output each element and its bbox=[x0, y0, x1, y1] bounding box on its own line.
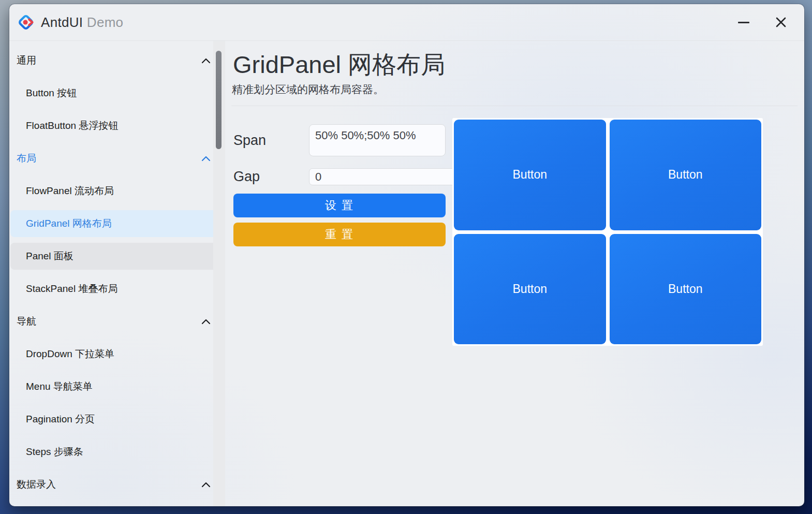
sidebar-item-floatbutton[interactable]: FloatButton 悬浮按钮 bbox=[10, 112, 224, 139]
sidebar-item-pagination[interactable]: Pagination 分页 bbox=[10, 406, 224, 433]
gap-label: Gap bbox=[233, 168, 309, 185]
sidebar-item-steps[interactable]: Steps 步骤条 bbox=[10, 438, 224, 465]
minimize-button[interactable] bbox=[732, 10, 756, 34]
page-subtitle: 精准划分区域的网格布局容器。 bbox=[232, 82, 798, 97]
demo-area: Span 50% 50%;50% 50% Gap 设 置 重 置 Button bbox=[231, 106, 798, 468]
sidebar-group-label: 数据录入 bbox=[17, 478, 56, 491]
chevron-up-icon bbox=[201, 318, 211, 325]
title-bar: AntdUI Demo bbox=[9, 4, 804, 41]
gap-input[interactable] bbox=[309, 168, 470, 185]
sidebar-group-general[interactable]: 通用 bbox=[10, 47, 224, 74]
grid-cell-button-1[interactable]: Button bbox=[454, 120, 606, 230]
gap-row: Gap bbox=[233, 168, 446, 185]
sidebar-item-label: Steps 步骤条 bbox=[26, 445, 83, 459]
app-title: AntdUI Demo bbox=[41, 14, 123, 31]
sidebar-scrollbar-thumb[interactable] bbox=[216, 51, 222, 149]
close-button[interactable] bbox=[769, 10, 793, 34]
page-title: GridPanel 网格布局 bbox=[233, 49, 798, 80]
minimize-icon bbox=[738, 22, 749, 23]
sidebar-item-label: DropDown 下拉菜单 bbox=[26, 347, 114, 361]
sidebar-item-dropdown[interactable]: DropDown 下拉菜单 bbox=[10, 341, 224, 368]
span-input[interactable]: 50% 50%;50% 50% bbox=[309, 124, 446, 156]
chevron-up-icon bbox=[201, 155, 211, 161]
span-label: Span bbox=[233, 124, 309, 156]
grid-cell-button-2[interactable]: Button bbox=[610, 120, 762, 230]
set-button[interactable]: 设 置 bbox=[233, 194, 446, 217]
grid-cell-button-4[interactable]: Button bbox=[610, 234, 762, 345]
sidebar-item-flowpanel[interactable]: FlowPanel 流动布局 bbox=[10, 178, 224, 204]
sidebar-group-label: 通用 bbox=[17, 54, 36, 67]
close-icon bbox=[775, 16, 787, 28]
window-controls bbox=[732, 10, 793, 34]
gridpanel-preview: Button Button Button Button bbox=[452, 118, 763, 346]
sidebar-item-stackpanel[interactable]: StackPanel 堆叠布局 bbox=[10, 275, 224, 302]
desktop-wallpaper: AntdUI Demo 通用 bbox=[0, 0, 812, 514]
sidebar-item-label: Menu 导航菜单 bbox=[26, 380, 93, 393]
app-body: 通用 Button 按钮 FloatButton 悬浮按钮 布局 bbox=[9, 41, 804, 506]
sidebar-item-label: Button 按钮 bbox=[26, 86, 77, 100]
sidebar-group-label: 导航 bbox=[17, 315, 36, 328]
antdui-logo-icon bbox=[17, 13, 35, 32]
sidebar-item-label: FloatButton 悬浮按钮 bbox=[26, 119, 118, 133]
main-content: GridPanel 网格布局 精准划分区域的网格布局容器。 Span 50% 5… bbox=[225, 41, 804, 506]
app-title-suffix: Demo bbox=[83, 14, 123, 30]
sidebar-item-gridpanel[interactable]: GridPanel 网格布局 bbox=[10, 210, 224, 237]
sidebar-scrollbar-track[interactable] bbox=[213, 41, 225, 506]
sidebar-item-label: FlowPanel 流动布局 bbox=[26, 184, 114, 198]
sidebar-item-label: StackPanel 堆叠布局 bbox=[26, 282, 117, 296]
sidebar-group-data-entry[interactable]: 数据录入 bbox=[10, 471, 224, 498]
settings-form: Span 50% 50%;50% 50% Gap 设 置 重 置 bbox=[233, 124, 446, 246]
span-row: Span 50% 50%;50% 50% bbox=[233, 124, 446, 156]
chevron-up-icon bbox=[201, 481, 211, 488]
sidebar-item-label: Panel 面板 bbox=[26, 249, 73, 263]
grid-cell-button-3[interactable]: Button bbox=[454, 234, 606, 345]
sidebar-item-label: GridPanel 网格布局 bbox=[26, 217, 112, 230]
sidebar-group-layout[interactable]: 布局 bbox=[10, 145, 224, 172]
sidebar-group-label: 布局 bbox=[17, 152, 36, 165]
chevron-up-icon bbox=[201, 57, 211, 64]
sidebar: 通用 Button 按钮 FloatButton 悬浮按钮 布局 bbox=[9, 41, 225, 506]
sidebar-item-panel[interactable]: Panel 面板 bbox=[10, 243, 224, 270]
sidebar-item-button[interactable]: Button 按钮 bbox=[10, 80, 224, 107]
app-window: AntdUI Demo 通用 bbox=[9, 4, 804, 506]
reset-button[interactable]: 重 置 bbox=[233, 223, 446, 246]
sidebar-group-navigation[interactable]: 导航 bbox=[10, 308, 224, 335]
sidebar-item-menu[interactable]: Menu 导航菜单 bbox=[10, 373, 224, 400]
app-title-brand: AntdUI bbox=[41, 14, 83, 30]
sidebar-item-label: Pagination 分页 bbox=[26, 413, 95, 426]
